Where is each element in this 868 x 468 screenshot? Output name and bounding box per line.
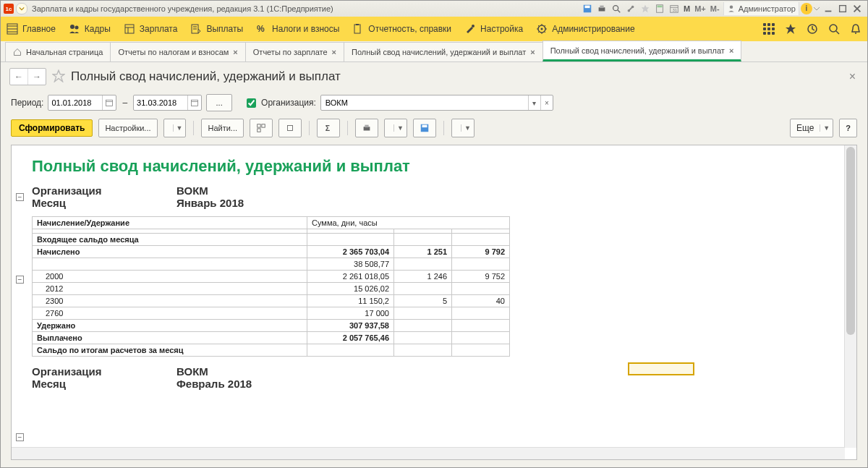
user-badge[interactable]: Администратор [723, 2, 799, 15]
preview-split-button[interactable]: ▼ [384, 119, 407, 137]
svg-text:%: % [257, 24, 265, 34]
vertical-scrollbar[interactable] [844, 145, 856, 448]
tab-nalogi-reports[interactable]: Отчеты по налогам и взносам× [110, 42, 245, 61]
star-nav-icon[interactable] [785, 23, 796, 35]
copy-split-button[interactable]: ▼ [163, 119, 187, 137]
scrollbar-thumb[interactable] [846, 147, 855, 335]
tab-close-icon[interactable]: × [233, 48, 237, 56]
tab-close-icon[interactable]: × [332, 48, 336, 56]
print-icon[interactable] [595, 2, 608, 15]
org-checkbox[interactable] [247, 98, 256, 108]
m-button[interactable]: M [681, 4, 692, 13]
tab-zarplata-reports[interactable]: Отчеты по зарплате× [245, 42, 344, 61]
table-row[interactable]: Начислено2 365 703,041 2519 792 [33, 246, 510, 258]
help-button[interactable]: ? [839, 119, 857, 137]
nav-kadry[interactable]: Кадры [69, 23, 111, 35]
calendar-from-icon[interactable] [102, 95, 116, 110]
date-to-input[interactable] [134, 98, 187, 107]
svg-line-38 [836, 31, 839, 34]
svg-rect-15 [840, 6, 846, 12]
m-plus-button[interactable]: M+ [692, 4, 708, 13]
link-icon[interactable] [624, 2, 637, 15]
org-input[interactable] [321, 98, 528, 107]
horizontal-scrollbar[interactable] [12, 447, 845, 459]
tree-toggle[interactable]: − [16, 276, 24, 284]
generate-button[interactable]: Сформировать [11, 119, 93, 137]
tree-toggle[interactable]: − [16, 433, 24, 441]
svg-rect-52 [365, 125, 368, 128]
settings-button[interactable]: Настройки... [98, 119, 157, 137]
search-nav-icon[interactable] [828, 23, 840, 35]
svg-point-6 [628, 9, 631, 12]
calendar-to-icon[interactable] [187, 95, 201, 110]
search-icon[interactable] [610, 2, 623, 15]
email-split-button[interactable]: ▼ [451, 119, 475, 137]
tab-close-icon[interactable]: × [530, 48, 535, 56]
tab-svod-1[interactable]: Полный свод начислений, удержаний и выпл… [344, 42, 543, 61]
close-window-icon[interactable] [851, 2, 864, 15]
window-titlebar: 1c Зарплата и кадры государственного учр… [1, 1, 867, 17]
back-button[interactable]: ← [10, 69, 28, 85]
titlebar-menu-icon[interactable] [16, 3, 27, 14]
forward-button[interactable]: → [28, 69, 46, 85]
print-button[interactable] [355, 119, 378, 137]
calculator-icon[interactable] [653, 2, 666, 15]
table-row[interactable]: 38 508,77 [33, 258, 510, 271]
date-from-field[interactable] [48, 95, 116, 111]
nav-nastroika[interactable]: Настройка [464, 23, 523, 35]
history-nav-icon[interactable] [807, 23, 818, 35]
date-to-field[interactable] [133, 95, 202, 111]
org-dropdown-icon[interactable]: ▾ [528, 95, 540, 110]
table-row[interactable]: Сальдо по итогам расчетов за месяц [33, 344, 510, 357]
tab-svod-2[interactable]: Полный свод начислений, удержаний и выпл… [542, 41, 742, 61]
info-dropdown-icon[interactable] [813, 2, 820, 15]
table-row[interactable]: 230011 150,2540 [33, 295, 510, 307]
tabs-row: Начальная страница Отчеты по налогам и в… [1, 41, 867, 62]
sum-button[interactable]: Σ [317, 119, 340, 137]
table-row[interactable]: Входящее сальдо месяца [33, 234, 510, 246]
table-row[interactable]: 276017 000 [33, 307, 510, 320]
page-header: ← → Полный свод начислений, удержаний и … [1, 62, 867, 91]
calendar-icon[interactable]: 31 [668, 2, 681, 15]
org-select[interactable]: ▾ × [320, 95, 553, 111]
spreadsheet-cursor[interactable] [628, 362, 694, 375]
save-icon[interactable] [581, 2, 594, 15]
month-key: Месяц [32, 378, 176, 390]
nav-nalogi[interactable]: %Налоги и взносы [256, 23, 339, 35]
m-minus-button[interactable]: M- [708, 4, 722, 13]
tab-home[interactable]: Начальная страница [5, 42, 111, 61]
apps-icon[interactable] [763, 23, 775, 35]
maximize-icon[interactable] [836, 2, 849, 15]
table-row[interactable]: 201215 026,02 [33, 283, 510, 295]
table-row[interactable]: Удержано307 937,58 [33, 320, 510, 332]
nav-zarplata[interactable]: Зарплата [124, 23, 178, 35]
tree-toggle[interactable]: − [16, 193, 24, 201]
org-clear-icon[interactable]: × [540, 95, 553, 110]
star-page-icon[interactable] [52, 69, 65, 85]
col-header-1: Начисление/Удержание [33, 217, 307, 229]
collapse-groups-button[interactable] [278, 119, 302, 137]
month-key: Месяц [32, 197, 176, 209]
nav-admin[interactable]: Администрирование [536, 23, 634, 35]
table-row[interactable]: Выплачено2 057 765,46 [33, 332, 510, 344]
save-report-button[interactable] [413, 119, 436, 137]
tab-close-icon[interactable]: × [729, 46, 733, 55]
report-table[interactable]: Начисление/УдержаниеСумма, дни, часы Вхо… [32, 216, 510, 357]
nav-vyplaty[interactable]: Выплаты [190, 23, 243, 35]
svg-point-39 [855, 33, 856, 34]
table-row[interactable]: 20002 261 018,051 2469 752 [33, 271, 510, 283]
report-block-1-header: ОрганизацияВОКМ МесяцЯнварь 2018 [32, 184, 825, 209]
find-button[interactable]: Найти... [201, 119, 244, 137]
expand-groups-button[interactable] [250, 119, 273, 137]
favorite-icon[interactable] [639, 2, 652, 15]
bell-nav-icon[interactable] [850, 23, 861, 35]
minimize-icon[interactable] [822, 2, 835, 15]
nav-main[interactable]: Главное [7, 23, 56, 35]
page-close-icon[interactable]: × [846, 67, 859, 86]
org-filter-check[interactable]: Организация: [244, 96, 316, 110]
period-picker-button[interactable]: ... [206, 94, 232, 111]
info-icon[interactable]: i [801, 3, 812, 14]
nav-otchetnost[interactable]: Отчетность, справки [352, 23, 451, 35]
more-button[interactable]: Еще▼ [790, 119, 833, 137]
date-from-input[interactable] [48, 98, 102, 107]
